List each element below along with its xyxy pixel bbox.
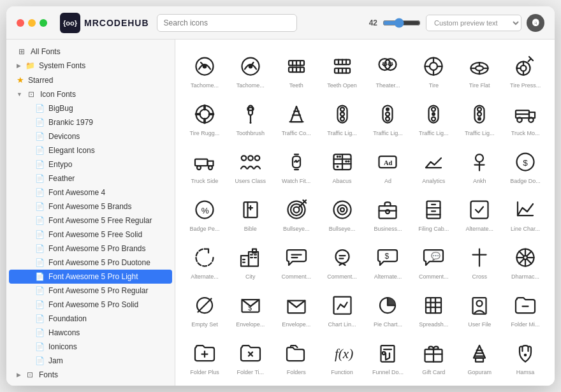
close-button[interactable] [17, 19, 24, 27]
cross-icon [465, 243, 493, 272]
icon-cell-abacus[interactable]: Abacus [321, 143, 364, 188]
icon-cell-folder-times[interactable]: Folder Ti... [229, 334, 272, 379]
sidebar-item-system-fonts[interactable]: ▶ 📁 System Fonts [9, 59, 172, 73]
sidebar-item-all-fonts[interactable]: ⊞ All Fonts [9, 45, 172, 59]
icon-cell-tire-rugged[interactable]: Tire Rugg... [183, 95, 226, 140]
icon-cell-cross[interactable]: Cross [458, 238, 501, 284]
sidebar-item-fa5-pro-duotone[interactable]: 📄 Font Awesome 5 Pro Duotone [9, 256, 172, 270]
icon-cell-user-file[interactable]: User File [458, 286, 501, 331]
icon-cell-analytics[interactable]: Analytics [412, 143, 455, 188]
icon-cell-envelope1[interactable]: $ Envelope... [229, 286, 272, 331]
sidebar-item-fa5-pro-solid[interactable]: 📄 Font Awesome 5 Pro Solid [9, 298, 172, 312]
icon-cell-ankh[interactable]: Ankh [458, 143, 501, 188]
sidebar-item-foundation[interactable]: 📄 Foundation [9, 312, 172, 326]
icon-cell-funnel[interactable]: Funnel Do... [367, 334, 410, 379]
icon-cell-folders[interactable]: Folders [275, 334, 318, 379]
user-avatar[interactable]: 🅐 [527, 14, 544, 32]
icon-cell-bullseye2[interactable]: Bullseye... [321, 191, 364, 236]
svg-point-66 [477, 108, 481, 112]
icon-cell-badge-percent[interactable]: % Badge Pe... [183, 191, 226, 236]
icon-cell-filing-cabinet[interactable]: Filing Cab... [412, 191, 455, 236]
minimize-button[interactable] [28, 19, 36, 27]
icon-cell-alternate2[interactable]: Alternate... [183, 238, 226, 284]
icon-cell-theater[interactable]: Theater... [367, 47, 410, 92]
icon-cell-envelope2[interactable]: Envelope... [275, 286, 318, 331]
sidebar-item-jam[interactable]: 📄 Jam [9, 354, 172, 368]
sidebar-item-fa5-free-solid[interactable]: 📄 Font Awesome 5 Free Solid [9, 228, 172, 242]
icon-cell-bullseye1[interactable]: Bullseye... [275, 191, 318, 236]
sidebar-item-fa5-free-regular[interactable]: 📄 Font Awesome 5 Free Regular [9, 214, 172, 228]
sidebar-item-fa5-brands[interactable]: 📄 Font Awesome 5 Brands [9, 200, 172, 214]
icon-label: Dharmac... [506, 273, 544, 280]
icon-cell-tire[interactable]: Tire [412, 47, 455, 92]
tachometer2-icon [237, 52, 265, 80]
icon-cell-dharma[interactable]: Dharmac... [504, 238, 547, 284]
folder-icon: 📄 [34, 160, 45, 169]
preview-dropdown[interactable]: Custom preview text [426, 15, 521, 31]
icon-cell-pie-chart[interactable]: Pie Chart... [367, 286, 410, 331]
sidebar-item-fa5-pro-brands[interactable]: 📄 Font Awesome 5 Pro Brands [9, 242, 172, 256]
icon-cell-ad[interactable]: Ad Ad [367, 143, 410, 188]
icon-cell-comment2[interactable]: Comment... [321, 238, 364, 284]
icon-cell-city[interactable]: City [229, 238, 272, 284]
icon-cell-comment3[interactable]: 💬 Comment... [412, 238, 455, 284]
sidebar-item-hawcons[interactable]: 📄 Hawcons [9, 326, 172, 340]
icon-cell-badge-dollar[interactable]: $ Badge Do... [504, 143, 547, 188]
icon-cell-truck-side[interactable]: Truck Side [183, 143, 226, 188]
sidebar-item-elegant[interactable]: 📄 Elegant Icons [9, 143, 172, 157]
sidebar-item-fa5-pro-regular[interactable]: 📄 Font Awesome 5 Pro Regular [9, 284, 172, 298]
svg-line-151 [519, 251, 523, 256]
icon-cell-tire-flat[interactable]: Tire Flat [458, 47, 501, 92]
icon-cell-gopuram[interactable]: Gopuram [458, 334, 501, 379]
icon-cell-tachometer2[interactable]: Tachome... [229, 47, 272, 92]
icon-cell-bible[interactable]: Bible [229, 191, 272, 236]
icon-cell-alternate[interactable]: Alternate... [458, 191, 501, 236]
icon-cell-gift-card[interactable]: Gift Card [412, 334, 455, 379]
sidebar-item-entypo[interactable]: 📄 Entypo [9, 157, 172, 171]
icon-cell-alternate3[interactable]: $ Alternate... [367, 238, 410, 284]
icon-cell-watch-fitness[interactable]: Watch Fit... [275, 143, 318, 188]
icon-cell-hamsa[interactable]: Hamsa [504, 334, 547, 379]
sidebar-item-ionicons[interactable]: 📄 Ionicons [9, 340, 172, 354]
search-input[interactable] [157, 14, 297, 32]
icon-cell-empty-set[interactable]: Empty Set [183, 286, 226, 331]
icon-cell-users-class[interactable]: Users Class [229, 143, 272, 188]
sidebar-item-icon-fonts[interactable]: ▼ ⊡ Icon Fonts [9, 87, 172, 101]
icon-cell-teeth[interactable]: Teeth [275, 47, 318, 92]
icon-cell-line-chart[interactable]: Line Char... [504, 191, 547, 236]
app-title: MRCODEHUB [84, 18, 149, 28]
maximize-button[interactable] [40, 19, 47, 27]
sidebar-item-fa5-pro-light[interactable]: 📄 Font Awesome 5 Pro Light [9, 270, 172, 284]
icon-cell-traffic-cone[interactable]: Traffic Co... [275, 95, 318, 140]
new-library-button[interactable]: ＋ New Library [6, 384, 175, 386]
icon-cell-traffic-light1[interactable]: Traffic Lig... [321, 95, 364, 140]
size-slider[interactable] [382, 18, 421, 28]
sidebar-item-bigbug[interactable]: 📄 BigBug [9, 101, 172, 115]
icon-cell-truck-monster[interactable]: Truck Mo... [504, 95, 547, 140]
user-file-icon [465, 291, 493, 319]
icon-cell-traffic-light3[interactable]: Traffic Lig... [412, 95, 455, 140]
icon-cell-tachometer[interactable]: Tachome... [183, 47, 226, 92]
toothbrush-icon [237, 100, 265, 128]
icon-cell-traffic-light4[interactable]: Traffic Lig... [458, 95, 501, 140]
sidebar-item-starred[interactable]: ★ Starred [9, 73, 172, 87]
sidebar-item-devicons[interactable]: 📄 Devicons [9, 129, 172, 143]
icon-cell-folder-plus[interactable]: Folder Plus [183, 334, 226, 379]
icon-cell-teeth-open[interactable]: Teeth Open [321, 47, 364, 92]
icon-cell-chart-line[interactable]: Chart Lin... [321, 286, 364, 331]
sidebar-item-feather[interactable]: 📄 Feather [9, 171, 172, 185]
icon-cell-business[interactable]: Business... [367, 191, 410, 236]
icon-cell-spreadsheet[interactable]: Spreadsh... [412, 286, 455, 331]
sidebar-item-fonts[interactable]: ▶ ⊡ Fonts [9, 368, 172, 382]
svg-point-91 [345, 160, 347, 163]
icon-cell-folder-minus[interactable]: Folder Mi... [504, 286, 547, 331]
icon-cell-comment1[interactable]: Comment... [275, 238, 318, 284]
folders-icon [282, 339, 310, 367]
sidebar-item-brankic[interactable]: 📄 Brankic 1979 [9, 115, 172, 129]
svg-rect-74 [195, 159, 208, 166]
icon-cell-traffic-light2[interactable]: Traffic Lig... [367, 95, 410, 140]
sidebar-item-fa4[interactable]: 📄 Font Awesome 4 [9, 185, 172, 200]
icon-cell-function[interactable]: f(x) Function [321, 334, 364, 379]
icon-cell-toothbrush[interactable]: Toothbrush [229, 95, 272, 140]
icon-cell-tire-pressure[interactable]: Tire Press... [504, 47, 547, 92]
